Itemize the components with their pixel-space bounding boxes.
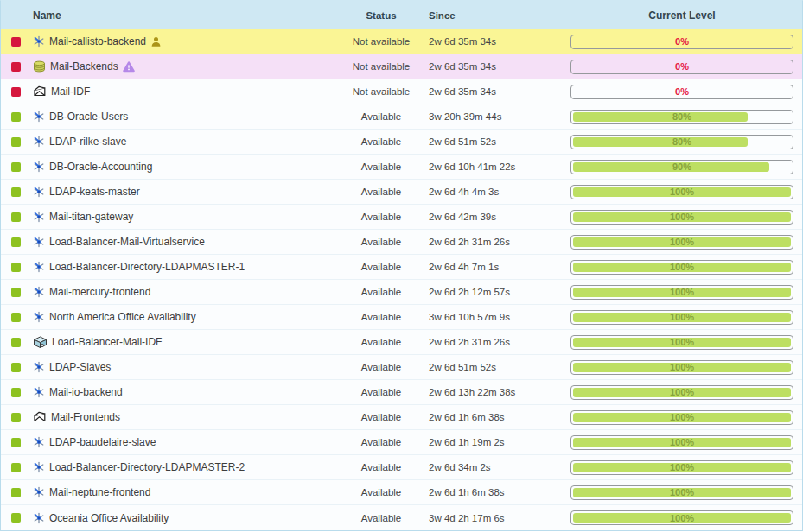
status-text: Available xyxy=(334,162,429,172)
table-row[interactable]: Load-Balancer-Mail-IDF Available 2w 6d 2… xyxy=(1,330,802,355)
service-name[interactable]: Load-Balancer-Directory-LDAPMASTER-1 xyxy=(49,261,245,273)
status-indicator xyxy=(11,288,21,297)
table-row[interactable]: Mail-Frontends Available 2w 6d 1h 6m 38s… xyxy=(1,405,802,430)
current-level-label: 100% xyxy=(571,436,793,449)
since-text: 2w 6d 35m 34s xyxy=(429,86,567,97)
table-row[interactable]: Mail-mercury-frontend Available 2w 6d 2h… xyxy=(1,280,802,305)
table-row[interactable]: LDAP-baudelaire-slave Available 2w 6d 1h… xyxy=(1,430,802,455)
since-text: 2w 6d 2h 12m 57s xyxy=(429,287,567,297)
since-text: 2w 6d 1h 19m 2s xyxy=(429,437,567,447)
status-text: Not available xyxy=(334,61,429,72)
service-name[interactable]: Load-Balancer-Mail-Virtualservice xyxy=(49,236,205,248)
status-text: Available xyxy=(334,437,429,447)
service-name[interactable]: Oceania Office Availability xyxy=(49,512,169,524)
service-name[interactable]: Mail-Frontends xyxy=(51,411,120,423)
cluster-icon xyxy=(33,286,45,298)
table-row[interactable]: Load-Balancer-Mail-Virtualservice Availa… xyxy=(1,230,802,255)
table-row[interactable]: Load-Balancer-Directory-LDAPMASTER-1 Ava… xyxy=(1,255,802,280)
cluster-icon xyxy=(33,211,45,223)
header-status[interactable]: Status xyxy=(334,10,429,21)
status-text: Available xyxy=(334,487,429,497)
status-indicator xyxy=(11,363,21,372)
status-text: Available xyxy=(334,237,429,247)
service-name[interactable]: LDAP-keats-master xyxy=(49,186,140,198)
header-since[interactable]: Since xyxy=(429,10,567,21)
status-indicator xyxy=(11,112,21,122)
status-text: Available xyxy=(334,136,429,147)
service-name[interactable]: Mail-IDF xyxy=(51,86,90,98)
table-row[interactable]: Mail-titan-gateway Available 2w 6d 42m 3… xyxy=(1,205,802,230)
service-name[interactable]: Mail-callisto-backend xyxy=(49,35,146,48)
current-level-label: 100% xyxy=(571,486,793,499)
since-text: 3w 4d 2h 17m 6s xyxy=(429,513,567,523)
status-indicator xyxy=(11,488,21,497)
since-text: 2w 6d 10h 41m 22s xyxy=(429,162,567,172)
table-row[interactable]: LDAP-keats-master Available 2w 6d 4h 4m … xyxy=(1,180,802,205)
current-level-bar: 100% xyxy=(570,510,793,525)
service-name[interactable]: Mail-neptune-frontend xyxy=(49,486,150,498)
cluster-icon xyxy=(33,111,45,123)
current-level-label: 0% xyxy=(571,60,793,73)
status-indicator xyxy=(11,212,21,222)
service-name[interactable]: LDAP-baudelaire-slave xyxy=(49,436,156,448)
cluster-icon xyxy=(33,236,45,248)
header-name[interactable]: Name xyxy=(30,10,334,22)
current-level-label: 100% xyxy=(571,461,793,474)
service-name[interactable]: Load-Balancer-Directory-LDAPMASTER-2 xyxy=(49,461,245,473)
table-row[interactable]: Mail-IDF Not available 2w 6d 35m 34s 0% xyxy=(1,79,802,104)
current-level-label: 100% xyxy=(571,286,793,299)
service-name[interactable]: North America Office Availability xyxy=(49,311,196,323)
current-level-bar: 100% xyxy=(570,310,793,325)
cluster-icon xyxy=(33,436,45,448)
status-text: Available xyxy=(334,412,429,422)
status-text: Available xyxy=(334,513,429,523)
table-row[interactable]: Mail-neptune-frontend Available 2w 6d 1h… xyxy=(1,480,802,505)
status-indicator xyxy=(11,162,21,172)
table-row[interactable]: Mail-callisto-backend Not available 2w 6… xyxy=(1,29,802,54)
since-text: 2w 6d 2h 31m 26s xyxy=(429,337,567,347)
table-body: Mail-callisto-backend Not available 2w 6… xyxy=(1,29,802,530)
since-text: 2w 6d 13h 22m 38s xyxy=(429,387,567,397)
header-current-level[interactable]: Current Level xyxy=(567,10,802,22)
service-name[interactable]: Load-Balancer-Mail-IDF xyxy=(52,336,162,348)
status-text: Available xyxy=(334,262,429,272)
current-level-label: 100% xyxy=(571,411,793,424)
table-row[interactable]: LDAP-Slaves Available 2w 6d 51m 52s 100% xyxy=(1,355,802,380)
service-name[interactable]: DB-Oracle-Users xyxy=(49,111,128,123)
table-row[interactable]: LDAP-rilke-slave Available 2w 6d 51m 52s… xyxy=(1,130,802,155)
status-indicator xyxy=(11,513,21,522)
table-row[interactable]: Load-Balancer-Directory-LDAPMASTER-2 Ava… xyxy=(1,455,802,480)
since-text: 2w 6d 2h 31m 26s xyxy=(429,237,567,247)
since-text: 2w 6d 4h 7m 1s xyxy=(429,262,567,272)
status-text: Available xyxy=(334,337,429,347)
status-indicator xyxy=(11,413,21,422)
table-row[interactable]: DB-Oracle-Users Available 3w 20h 39m 44s… xyxy=(1,104,802,130)
service-name[interactable]: Mail-titan-gateway xyxy=(49,211,133,223)
service-name[interactable]: LDAP-rilke-slave xyxy=(49,136,126,148)
current-level-bar: 100% xyxy=(570,260,793,275)
status-text: Not available xyxy=(334,36,429,47)
table-row[interactable]: Mail-io-backend Available 2w 6d 13h 22m … xyxy=(1,380,802,405)
current-level-label: 100% xyxy=(571,236,793,249)
table-row[interactable]: Oceania Office Availability Available 3w… xyxy=(1,505,802,530)
since-text: 2w 6d 42m 39s xyxy=(429,212,567,222)
table-row[interactable]: DB-Oracle-Accounting Available 2w 6d 10h… xyxy=(1,155,802,180)
service-name[interactable]: Mail-Backends xyxy=(50,60,118,73)
table-row[interactable]: Mail-Backends Not available 2w 6d 35m 34… xyxy=(1,54,802,79)
status-text: Available xyxy=(334,111,429,122)
status-indicator xyxy=(11,463,21,472)
current-level-bar: 100% xyxy=(570,435,793,450)
status-indicator xyxy=(11,263,21,272)
current-level-label: 100% xyxy=(571,261,793,274)
since-text: 2w 6d 35m 34s xyxy=(429,36,567,47)
since-text: 2w 6d 1h 6m 38s xyxy=(429,412,567,422)
service-name[interactable]: Mail-mercury-frontend xyxy=(49,286,150,298)
service-name[interactable]: Mail-io-backend xyxy=(49,386,123,398)
service-name[interactable]: DB-Oracle-Accounting xyxy=(49,161,152,173)
table-row[interactable]: North America Office Availability Availa… xyxy=(1,305,802,330)
cluster-icon xyxy=(33,311,45,323)
cluster-icon xyxy=(33,461,45,473)
service-name[interactable]: LDAP-Slaves xyxy=(49,361,111,373)
status-text: Available xyxy=(334,362,429,372)
current-level-bar: 100% xyxy=(570,185,793,200)
